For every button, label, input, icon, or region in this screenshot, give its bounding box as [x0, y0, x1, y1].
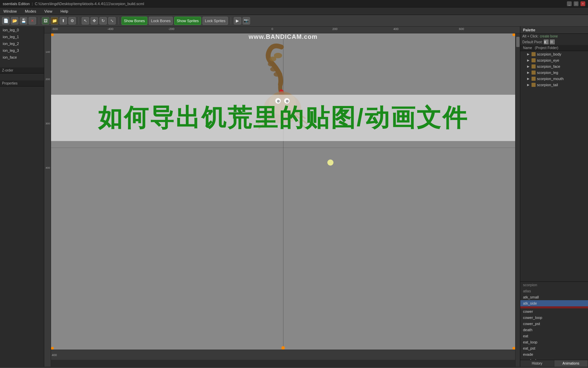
- left-item-leg0[interactable]: ion_leg_0: [0, 27, 44, 33]
- svg-point-3: [268, 62, 275, 66]
- chinese-title-text: 如何导出饥荒里的贴图/动画文件: [51, 102, 515, 134]
- bone-item-leg[interactable]: ▶ scorpion_leg: [520, 70, 588, 76]
- arrow-body: ▶: [527, 52, 529, 56]
- canvas-ruler-left: 140 200 300 400: [44, 33, 51, 367]
- rotate-icon[interactable]: ↻: [99, 17, 107, 25]
- sep3: [118, 17, 119, 25]
- title-bar: ssentials Edition | C:\Users\lingd\Deskt…: [0, 0, 588, 7]
- show-sprites-button[interactable]: Show Sprites: [174, 17, 201, 25]
- anim-cower-pst[interactable]: cower_pst: [520, 321, 588, 327]
- btm-ruler-400neg: 400: [52, 353, 57, 357]
- main-container: ion_leg_0 ion_leg_1 ion_leg_2 ion_leg_3 …: [0, 27, 588, 367]
- canvas-bottom-ruler: 400: [51, 350, 515, 360]
- svg-point-4: [270, 67, 277, 72]
- bone-name-tail: scorpion_tail: [537, 83, 558, 87]
- ruler-mark-200neg: -200: [168, 27, 175, 31]
- scale-icon[interactable]: ⤡: [108, 17, 116, 25]
- bone-item-body[interactable]: ▶ scorpion_body: [520, 51, 588, 57]
- bone-name-mouth: scorpion_mouth: [537, 77, 564, 81]
- sep4: [231, 17, 231, 25]
- play-icon[interactable]: ▶: [234, 17, 241, 25]
- ruler-mark-400neg: -400: [107, 27, 113, 31]
- toolbar: 📄 📂 💾 ✕ 🖼 📁 ⬆ ⚙ ↖ ✥ ↻ ⤡ Show Bones Lock …: [0, 15, 588, 27]
- right-panel-bottom: scorpion atlas atk_small atk_side cower …: [520, 281, 588, 367]
- anim-cower[interactable]: cower: [520, 308, 588, 315]
- select-icon[interactable]: ↖: [82, 17, 89, 25]
- project-folder-col-header: (Project Folder): [535, 46, 558, 50]
- menu-help[interactable]: Help: [59, 9, 70, 14]
- bottom-center-marker: [281, 346, 285, 350]
- anim-death[interactable]: death: [520, 327, 588, 333]
- bone-name-leg: scorpion_leg: [537, 71, 558, 75]
- corner-marker-tr: [512, 33, 515, 36]
- vruler-400: 400: [46, 166, 50, 169]
- menu-view[interactable]: View: [43, 9, 54, 14]
- bone-item-tail[interactable]: ▶ scorpion_tail: [520, 82, 588, 88]
- corner-marker-br: [512, 347, 515, 350]
- menu-modes[interactable]: Modes: [23, 9, 37, 14]
- save-file-icon[interactable]: 💾: [20, 17, 27, 25]
- close-button[interactable]: ×: [581, 1, 585, 6]
- vertical-scrollbar[interactable]: [515, 33, 520, 367]
- canvas-ruler-top: -600 -400 -200 0 200 400 600: [51, 27, 520, 33]
- folder-icon-tail: [532, 83, 536, 87]
- anim-atlas[interactable]: atlas: [520, 288, 588, 294]
- anim-evade-loop[interactable]: evade_loop: [520, 357, 588, 360]
- menu-bar: Window Modes View Help: [0, 7, 588, 15]
- bone-item-eye[interactable]: ▶ scorpion_eye: [520, 57, 588, 63]
- bone-item-face[interactable]: ▶ scorpion_face: [520, 63, 588, 70]
- tab-history[interactable]: History: [520, 360, 554, 367]
- anim-atk-small[interactable]: atk_small: [520, 294, 588, 300]
- left-item-leg2[interactable]: ion_leg_2: [0, 40, 44, 47]
- move-icon[interactable]: ✥: [91, 17, 98, 25]
- scrollbar-thumb-v[interactable]: [516, 37, 520, 47]
- settings-icon[interactable]: ⚙: [68, 17, 76, 25]
- tab-animations[interactable]: Animations: [554, 360, 588, 367]
- minimize-button[interactable]: _: [567, 1, 572, 6]
- bone-item-mouth[interactable]: ▶ scorpion_mouth: [520, 76, 588, 82]
- anim-evade[interactable]: evade: [520, 351, 588, 357]
- folder-icon-mouth: [532, 77, 536, 81]
- chinese-text-overlay: 如何导出饥荒里的贴图/动画文件: [51, 95, 515, 141]
- image-icon[interactable]: 🖼: [42, 17, 49, 25]
- lock-sprites-button[interactable]: Lock Sprites: [202, 17, 228, 25]
- new-file-icon[interactable]: 📄: [2, 17, 10, 25]
- viewport[interactable]: www.BANDICAM.com: [51, 33, 515, 360]
- menu-window[interactable]: Window: [2, 9, 18, 14]
- svg-point-2: [270, 57, 276, 61]
- folder-icon[interactable]: 📁: [51, 17, 58, 25]
- alt-click-label: Alt + Click:: [522, 34, 539, 38]
- lock-bones-button[interactable]: Lock Bones: [149, 17, 173, 25]
- open-file-icon[interactable]: 📂: [11, 17, 18, 25]
- show-bones-button[interactable]: Show Bones: [121, 17, 147, 25]
- bone-name-eye: scorpion_eye: [537, 58, 559, 62]
- anim-atk-side[interactable]: atk_side: [520, 300, 588, 306]
- anim-scorpion[interactable]: scorpion: [520, 282, 588, 288]
- anim-eat-loop[interactable]: eat_loop: [520, 339, 588, 345]
- anim-eat-pst[interactable]: eat_pst: [520, 345, 588, 351]
- ruler-mark-600neg: -600: [52, 27, 58, 31]
- arrow-tail: ▶: [527, 83, 529, 87]
- anim-cower-loop[interactable]: cower_loop: [520, 315, 588, 321]
- camera-icon[interactable]: 📷: [243, 17, 250, 25]
- left-item-face[interactable]: ion_face: [0, 54, 44, 61]
- pivot-icon-1[interactable]: ◧: [544, 40, 549, 44]
- alt-click-row: Alt + Click: create bone: [520, 34, 588, 39]
- maximize-button[interactable]: □: [574, 1, 578, 6]
- file-path: C:\Users\lingd\Desktop\temp\ktools-4.4.4…: [35, 2, 144, 6]
- arrow-leg: ▶: [527, 71, 529, 74]
- pivot-icon-2[interactable]: ⊞: [550, 40, 555, 44]
- left-item-leg3[interactable]: ion_leg_3: [0, 47, 44, 54]
- left-item-leg1[interactable]: ion_leg_1: [0, 33, 44, 40]
- arrow-face: ▶: [527, 65, 529, 68]
- name-col-header: Name: [523, 46, 532, 50]
- ruler-row: -600 -400 -200 0 200 400 600: [44, 27, 520, 33]
- close-file-icon[interactable]: ✕: [29, 17, 36, 25]
- export-icon[interactable]: ⬆: [60, 17, 67, 25]
- anim-eat[interactable]: eat: [520, 333, 588, 339]
- folder-icon-face: [532, 64, 536, 68]
- ruler-mark-200: 200: [332, 27, 338, 31]
- animation-tabs: History Animations: [520, 360, 588, 367]
- app-name: ssentials Edition: [3, 2, 30, 6]
- ruler-corner: [44, 27, 51, 33]
